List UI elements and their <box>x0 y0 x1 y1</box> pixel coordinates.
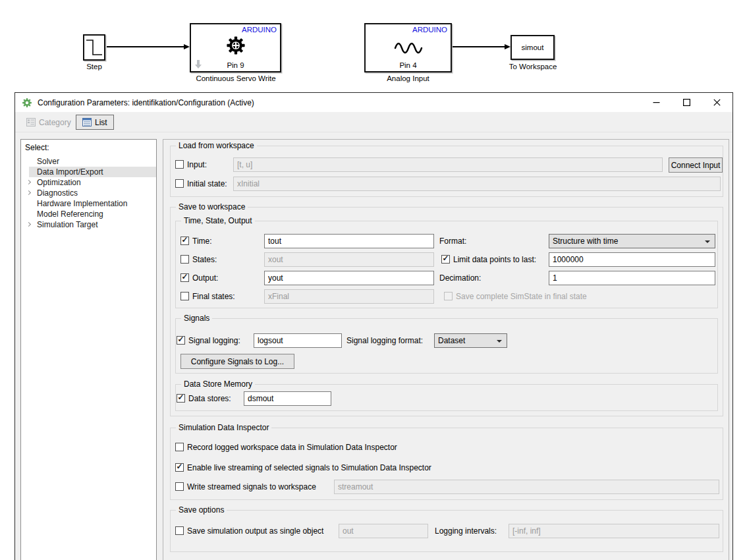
signal-logging-checkbox[interactable] <box>177 336 185 345</box>
save-simstate-checkbox[interactable] <box>444 292 453 300</box>
output-checkbox[interactable] <box>180 273 189 282</box>
sidebar-item-model-referencing[interactable]: Model Referencing <box>21 209 156 219</box>
record-logged-label: Record logged workspace data in Simulati… <box>187 440 397 455</box>
minimize-icon <box>653 99 660 106</box>
group-title: Save options <box>176 505 227 515</box>
configure-signals-button[interactable]: Configure Signals to Log... <box>180 354 294 369</box>
tree-item-label: Data Import/Export <box>37 167 103 177</box>
final-states-field[interactable]: xFinal <box>264 289 434 304</box>
initial-state-label: Initial state: <box>187 177 227 191</box>
group-title: Signals <box>181 314 212 323</box>
sidebar-item-solver[interactable]: Solver <box>21 156 156 167</box>
save-simstate-label: Save complete SimState in final state <box>456 289 587 304</box>
sidebar-item-data-import-export[interactable]: Data Import/Export <box>21 167 156 177</box>
tree-item-label: Model Referencing <box>37 210 103 219</box>
servo-block-label: Continuous Servo Write <box>170 74 302 82</box>
output-field[interactable]: yout <box>264 271 434 285</box>
format-dropdown[interactable]: Structure with time <box>549 234 715 248</box>
group-title: Simulation Data Inspector <box>176 423 271 432</box>
input-field[interactable]: [t, u] <box>233 157 663 172</box>
signal-logging-field[interactable]: logsout <box>254 333 342 348</box>
input-checkbox[interactable] <box>175 160 184 169</box>
time-field[interactable]: tout <box>264 234 434 248</box>
tree-item-label: Hardware Implementation <box>37 199 127 208</box>
sine-wave-icon <box>393 39 424 56</box>
decimation-label: Decimation: <box>439 271 481 285</box>
step-signal-icon <box>84 36 104 59</box>
time-checkbox[interactable] <box>180 237 189 245</box>
settings-pane: Load from workspace Input: [t, u] Connec… <box>163 139 729 560</box>
write-streamed-label: Write streamed signals to workspace <box>187 480 316 494</box>
group-title: Data Store Memory <box>181 379 255 389</box>
arduino-brand-label: ARDUINO <box>412 26 447 34</box>
gear-icon <box>225 35 246 56</box>
output-label: Output: <box>192 271 218 285</box>
analog-block-label: Analog Input <box>364 74 452 82</box>
data-stores-field[interactable]: dsmout <box>244 391 331 406</box>
limit-data-points-label: Limit data points to last: <box>453 252 536 267</box>
analog-input-block[interactable]: ARDUINO Pin 4 <box>364 23 452 72</box>
single-object-field[interactable]: out <box>339 524 428 538</box>
tree-item-label: Solver <box>37 157 59 166</box>
tree-item-label: Diagnostics <box>37 188 78 198</box>
record-logged-checkbox[interactable] <box>175 443 184 451</box>
data-stores-label: Data stores: <box>188 391 231 406</box>
wire-arrowhead <box>505 44 510 49</box>
dialog-title: Configuration Parameters: identifikation… <box>38 98 254 107</box>
input-label: Input: <box>187 157 207 172</box>
chevron-right-icon[interactable] <box>26 190 31 194</box>
data-stores-checkbox[interactable] <box>177 394 185 403</box>
enable-live-streaming-checkbox[interactable] <box>175 463 184 472</box>
pin-label: Pin 9 <box>191 61 280 69</box>
group-title: Save to workspace <box>176 202 248 211</box>
single-object-checkbox[interactable] <box>175 526 184 535</box>
states-field[interactable]: xout <box>264 252 434 267</box>
signal-logging-format-dropdown[interactable]: Dataset <box>434 333 507 348</box>
states-checkbox[interactable] <box>180 255 189 264</box>
limit-data-points-field[interactable]: 1000000 <box>549 252 715 267</box>
step-block[interactable] <box>83 34 105 61</box>
decimation-field[interactable]: 1 <box>549 271 715 285</box>
dialog-toolbar: Category List <box>15 112 732 132</box>
single-object-label: Save simulation output as single object <box>187 524 323 538</box>
signal-logging-format-label: Signal logging format: <box>346 333 423 348</box>
to-workspace-block[interactable]: simout <box>510 35 555 60</box>
to-workspace-block-label: To Workspace <box>497 63 568 70</box>
sidebar-item-simulation-target[interactable]: Simulation Target <box>21 219 156 230</box>
category-view-label: Category <box>39 118 71 127</box>
tree-item-label: Optimization <box>37 178 81 187</box>
close-icon <box>713 99 721 106</box>
limit-data-points-checkbox[interactable] <box>441 255 450 264</box>
logging-intervals-field[interactable]: [-inf, inf] <box>509 524 719 538</box>
minimize-button[interactable] <box>642 93 671 111</box>
list-view-button[interactable]: List <box>76 115 114 130</box>
maximize-button[interactable] <box>672 93 701 111</box>
list-view-label: List <box>95 118 107 127</box>
sidebar-item-optimization[interactable]: Optimization <box>21 177 156 188</box>
final-states-label: Final states: <box>192 289 235 304</box>
logging-intervals-label: Logging intervals: <box>435 524 497 538</box>
write-streamed-checkbox[interactable] <box>175 482 184 491</box>
chevron-right-icon[interactable] <box>26 179 31 184</box>
dialog-titlebar[interactable]: Configuration Parameters: identifikation… <box>15 93 732 112</box>
signal-logging-label: Signal logging: <box>188 333 240 348</box>
close-button[interactable] <box>702 93 731 111</box>
sidebar-item-diagnostics[interactable]: Diagnostics <box>21 188 156 198</box>
sidebar-item-hardware-implementation[interactable]: Hardware Implementation <box>21 198 156 209</box>
maximize-icon <box>683 99 690 106</box>
configuration-gear-icon <box>22 98 32 108</box>
final-states-checkbox[interactable] <box>180 292 189 300</box>
category-view-button[interactable]: Category <box>20 115 77 130</box>
wire-analog-to-workspace[interactable] <box>453 46 506 47</box>
pin-label: Pin 4 <box>366 61 451 69</box>
write-streamed-field[interactable]: streamout <box>334 480 719 494</box>
initial-state-field[interactable]: xInitial <box>233 177 721 191</box>
group-title: Load from workspace <box>176 141 257 150</box>
time-label: Time: <box>192 234 212 248</box>
chevron-right-icon[interactable] <box>26 221 31 226</box>
connect-input-button[interactable]: Connect Input <box>669 157 723 173</box>
continuous-servo-write-block[interactable]: ARDUINO <box>190 23 281 72</box>
initial-state-checkbox[interactable] <box>175 179 184 188</box>
wire-step-to-servo[interactable] <box>107 46 185 47</box>
wire-arrowhead <box>184 44 190 49</box>
